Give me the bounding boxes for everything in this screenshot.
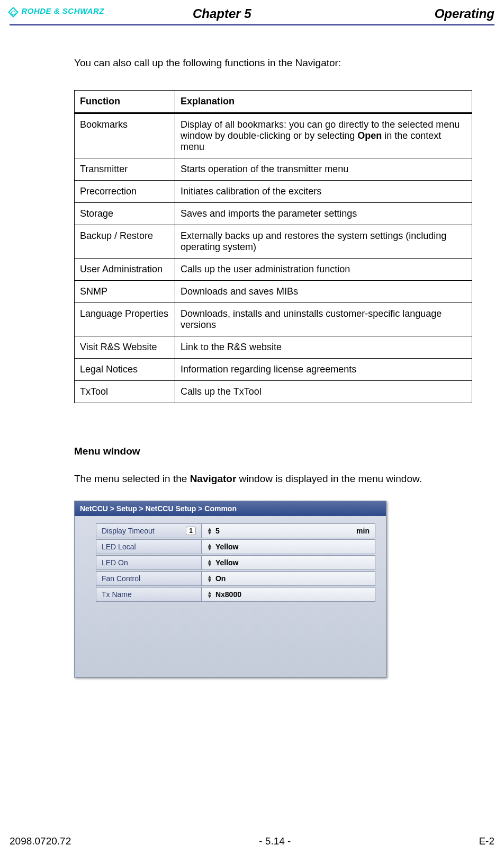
menu-label: Fan Control	[96, 571, 202, 586]
table-row: Bookmarks Display of all bookmarks: you …	[75, 113, 472, 158]
table-row: StorageSaves and imports the parameter s…	[75, 203, 472, 225]
intro-text: You can also call up the following funct…	[74, 57, 472, 69]
func-cell: Precorrection	[75, 181, 175, 203]
menu-value[interactable]: ▲▼On	[202, 571, 375, 586]
header-titles: Chapter 5 Operating	[10, 6, 494, 21]
func-cell: Language Properties	[75, 303, 175, 336]
menu-value[interactable]: ▲▼Nx8000	[202, 587, 375, 602]
expl-cell: Information regarding license agreements	[175, 359, 472, 381]
spinner-icon: ▲▼	[207, 559, 212, 566]
func-cell: TxTool	[75, 381, 175, 403]
col-explanation: Explanation	[175, 91, 472, 113]
menu-rows: Display Timeout 1 ▲▼ 5 min LED Local ▲▼Y…	[75, 516, 386, 677]
table-row: Language PropertiesDownloads, installs a…	[75, 303, 472, 336]
expl-cell: Saves and imports the parameter settings	[175, 203, 472, 225]
table-row: Visit R&S WebsiteLink to the R&S website	[75, 336, 472, 359]
col-function: Function	[75, 91, 175, 113]
table-header-row: Function Explanation	[75, 91, 472, 113]
expl-cell: Calls up the TxTool	[175, 381, 472, 403]
table-row: SNMPDownloads and saves MIBs	[75, 281, 472, 303]
table-row: User AdministrationCalls up the user adm…	[75, 259, 472, 281]
func-cell: Transmitter	[75, 158, 175, 181]
menu-label: LED On	[96, 555, 202, 570]
menu-value[interactable]: ▲▼ 5 min	[202, 523, 375, 538]
table-row: TxToolCalls up the TxTool	[75, 381, 472, 403]
breadcrumb: NetCCU > Setup > NetCCU Setup > Common	[75, 501, 386, 516]
menu-label: LED Local	[96, 539, 202, 554]
expl-cell: Externally backs up and restores the sys…	[175, 225, 472, 259]
menu-label: Display Timeout 1	[96, 523, 202, 538]
menu-window-text: The menu selected in the Navigator windo…	[74, 473, 472, 485]
expl-cell: Initiates calibration of the exciters	[175, 181, 472, 203]
func-cell: Storage	[75, 203, 175, 225]
section-title: Operating	[435, 6, 494, 21]
expl-cell: Display of all bookmarks: you can go dir…	[175, 113, 472, 158]
table-row: PrecorrectionInitiates calibration of th…	[75, 181, 472, 203]
table-row: Legal NoticesInformation regarding licen…	[75, 359, 472, 381]
table-row: TransmitterStarts operation of the trans…	[75, 158, 472, 181]
page-content: You can also call up the following funct…	[0, 25, 504, 678]
chapter-title: Chapter 5	[10, 6, 435, 21]
spinner-icon: ▲▼	[207, 591, 212, 598]
menu-row: LED On ▲▼Yellow	[96, 555, 375, 570]
menu-value[interactable]: ▲▼Yellow	[202, 555, 375, 570]
func-cell: Visit R&S Website	[75, 336, 175, 359]
func-cell: Backup / Restore	[75, 225, 175, 259]
page-footer: 2098.0720.72 - 5.14 - E-2	[10, 835, 494, 847]
menu-row: Fan Control ▲▼On	[96, 571, 375, 586]
expl-cell: Downloads, installs and uninstalls custo…	[175, 303, 472, 336]
expl-cell: Downloads and saves MIBs	[175, 281, 472, 303]
menu-window-figure: NetCCU > Setup > NetCCU Setup > Common D…	[74, 501, 386, 678]
expl-cell: Link to the R&S website	[175, 336, 472, 359]
menu-row: LED Local ▲▼Yellow	[96, 539, 375, 554]
badge: 1	[186, 527, 196, 535]
spinner-icon: ▲▼	[207, 527, 212, 535]
func-cell: Legal Notices	[75, 359, 175, 381]
footer-center: - 5.14 -	[259, 835, 291, 847]
expl-cell: Starts operation of the transmitter menu	[175, 158, 472, 181]
table-row: Backup / RestoreExternally backs up and …	[75, 225, 472, 259]
menu-value[interactable]: ▲▼Yellow	[202, 539, 375, 554]
functions-table: Function Explanation Bookmarks Display o…	[74, 90, 472, 403]
spinner-icon: ▲▼	[207, 575, 212, 582]
page-header: ROHDE & SCHWARZ Chapter 5 Operating	[0, 0, 504, 25]
expl-cell: Calls up the user administration functio…	[175, 259, 472, 281]
spinner-icon: ▲▼	[207, 543, 212, 550]
func-cell: SNMP	[75, 281, 175, 303]
menu-row: Tx Name ▲▼Nx8000	[96, 587, 375, 602]
menu-label: Tx Name	[96, 587, 202, 602]
footer-left: 2098.0720.72	[10, 835, 71, 847]
footer-right: E-2	[479, 835, 494, 847]
func-cell: User Administration	[75, 259, 175, 281]
func-cell: Bookmarks	[75, 113, 175, 158]
menu-window-heading: Menu window	[74, 446, 472, 457]
menu-row: Display Timeout 1 ▲▼ 5 min	[96, 523, 375, 538]
header-rule	[10, 24, 494, 25]
